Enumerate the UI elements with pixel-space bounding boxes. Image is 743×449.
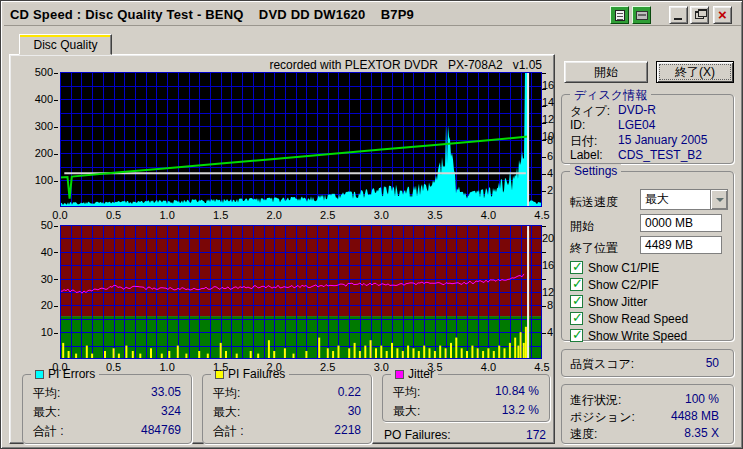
end-pos-field[interactable]: 4489 MB xyxy=(640,236,722,254)
settings-title: Settings xyxy=(570,164,621,178)
axis-tick-label: 2.5 xyxy=(313,361,343,374)
stat-row: 平均:0.22 xyxy=(213,385,361,401)
axis-tick-label: 4 xyxy=(542,167,553,180)
axis-tick-label: 4.5 xyxy=(527,361,557,374)
document-icon xyxy=(615,10,625,21)
axis-tick-label: 40 xyxy=(26,246,58,259)
app-window: CD Speed : Disc Quality Test - BENQ DVD … xyxy=(0,0,743,449)
close-button[interactable]: × xyxy=(713,6,732,24)
chevron-down-icon xyxy=(716,198,724,202)
axis-tick-label: 50 xyxy=(26,219,58,232)
axis-tick-label: 20 xyxy=(26,299,58,312)
report-icon[interactable] xyxy=(610,6,629,24)
axis-tick-label: 2.5 xyxy=(313,209,343,222)
axis-tick-label: 400 xyxy=(26,93,58,106)
axis-tick-label: 12 xyxy=(542,273,554,299)
settings-group: Settings 転送速度 最大 開始 0000 MB 終了位置 4489 MB… xyxy=(561,171,734,341)
axis-tick-label: 200 xyxy=(26,147,58,160)
axis-tick-label: 500 xyxy=(26,66,58,79)
start-button[interactable]: 開始 xyxy=(564,61,648,83)
pi-failures-stats-box: PI Failures 平均:0.22 最大:30 合計 :2218 xyxy=(202,374,372,444)
disc-quality-tabpage: recorded with PLEXTOR DVDR PX-708A2 v1.0… xyxy=(9,54,555,444)
axis-tick-label: 4 xyxy=(542,326,553,339)
start-pos-label: 開始 xyxy=(570,218,594,235)
right-panel: 開始 終了(X) ディスク情報 タイプ: DVD-R ID: LGE04 日付:… xyxy=(555,56,739,446)
axis-tick-label: 2.0 xyxy=(259,361,289,374)
quality-score-group: 品質スコア: 50 xyxy=(561,349,734,377)
title-bar[interactable]: CD Speed : Disc Quality Test - BENQ DVD … xyxy=(4,4,741,26)
transfer-speed-select[interactable]: 最大 xyxy=(640,189,728,210)
axis-tick-label: 1.0 xyxy=(152,361,182,374)
disc-info-group: ディスク情報 タイプ: DVD-R ID: LGE04 日付: 15 Janua… xyxy=(561,94,734,164)
disc-info-title: ディスク情報 xyxy=(570,87,651,104)
stat-row: 合計 :2218 xyxy=(213,423,361,439)
stat-row: 平均:33.05 xyxy=(33,385,181,401)
progress-group: 進行状況: 100 % ポジション: 4488 MB 速度: 8.35 X xyxy=(561,384,734,444)
quality-score-label: 品質スコア: xyxy=(570,356,634,373)
axis-tick-label: 0.0 xyxy=(45,361,75,374)
stat-row: 合計 :484769 xyxy=(33,423,181,439)
minimize-icon xyxy=(674,18,682,20)
axis-tick-label: 0.5 xyxy=(99,361,129,374)
pi-errors-stats-box: PI Errors 平均:33.05 最大:324 合計 :484769 xyxy=(22,374,192,444)
po-failures-row: PO Failures:172 xyxy=(382,428,550,442)
axis-tick-label: 16 xyxy=(542,66,554,92)
disc-id-row: ID: xyxy=(570,118,585,132)
pi-errors-chart xyxy=(60,72,542,207)
end-pos-label: 終了位置 xyxy=(570,240,618,257)
axis-tick-label: 2 xyxy=(542,184,553,197)
axis-tick-label: 4.0 xyxy=(473,361,503,374)
axis-tick-label: 3.0 xyxy=(366,361,396,374)
axis-tick-label: 3.5 xyxy=(420,209,450,222)
axis-tick-label: 300 xyxy=(26,120,58,133)
start-pos-field[interactable]: 0000 MB xyxy=(640,214,722,232)
axis-tick-label: 1.5 xyxy=(206,209,236,222)
restore-button[interactable] xyxy=(690,6,709,24)
axis-tick-label: 16 xyxy=(542,246,554,272)
combo-dropdown-button[interactable] xyxy=(710,190,727,209)
stat-row: 平均:10.84 % xyxy=(393,384,539,400)
axis-tick-label: 2.0 xyxy=(259,209,289,222)
axis-tick-label: 1.0 xyxy=(152,209,182,222)
stat-row: 最大:30 xyxy=(213,404,361,420)
axis-tick-label: 3.0 xyxy=(366,209,396,222)
quality-score-value: 50 xyxy=(706,356,719,370)
axis-tick-label: 8 xyxy=(542,299,553,312)
axis-tick-label: 10 xyxy=(26,326,58,339)
axis-tick-label: 30 xyxy=(26,273,58,286)
axis-tick-label: 4.0 xyxy=(473,209,503,222)
recorded-with-annotation: recorded with PLEXTOR DVDR PX-708A2 v1.0… xyxy=(60,58,542,72)
disc-drive-icon xyxy=(636,11,648,20)
stat-row: 最大:324 xyxy=(33,404,181,420)
jitter-stats-box: Jitter 平均:10.84 % 最大:13.2 % xyxy=(382,374,550,422)
progress-label: 進行状況: xyxy=(570,392,621,409)
pi-errors-swatch xyxy=(35,370,44,379)
axis-tick-label: 3.5 xyxy=(420,361,450,374)
close-icon: × xyxy=(714,7,731,23)
axis-tick-label: 6 xyxy=(542,150,553,163)
jitter-swatch xyxy=(395,370,404,379)
position-label: ポジション: xyxy=(570,409,635,426)
pif-jitter-chart xyxy=(60,225,542,359)
axis-tick-label: 100 xyxy=(26,174,58,187)
axis-tick-label: 20 xyxy=(542,219,554,245)
exit-button[interactable]: 終了(X) xyxy=(656,61,734,83)
transfer-speed-label: 転送速度 xyxy=(570,194,618,211)
window-title: CD Speed : Disc Quality Test - BENQ DVD … xyxy=(10,7,414,22)
drive-icon[interactable] xyxy=(632,6,651,24)
disc-label-row: Label: xyxy=(570,148,603,162)
axis-tick-label: 0.5 xyxy=(99,209,129,222)
speed-label: 速度: xyxy=(570,426,597,443)
axis-tick-label: 1.5 xyxy=(206,361,236,374)
client-area: Disc Quality recorded with PLEXTOR DVDR … xyxy=(4,26,741,447)
stat-row: 最大:13.2 % xyxy=(393,403,539,419)
minimize-button[interactable] xyxy=(669,6,688,24)
tab-disc-quality[interactable]: Disc Quality xyxy=(19,34,112,55)
